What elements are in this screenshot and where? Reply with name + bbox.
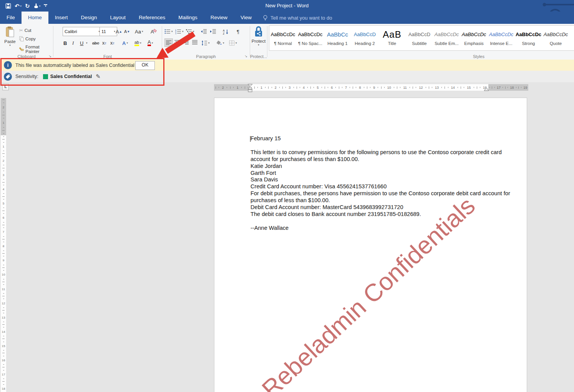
- ruler-tick: [3, 356, 4, 356]
- copy-button[interactable]: Copy: [19, 36, 36, 42]
- font-dialog-launcher[interactable]: ↘: [157, 54, 160, 58]
- style-item-strong[interactable]: AaBbCcDcStrong: [515, 26, 542, 50]
- tell-me-box[interactable]: Tell me what you want to do: [258, 12, 332, 24]
- ruler-number: 2: [3, 159, 4, 163]
- justify-button[interactable]: [191, 38, 199, 46]
- document-text[interactable]: February 15 This letter is to convey per…: [251, 135, 510, 232]
- change-case-button[interactable]: Aa▾: [135, 27, 143, 36]
- align-right-button[interactable]: [182, 38, 190, 46]
- ruler-tick: [2, 367, 5, 367]
- ruler-number: 2: [275, 86, 277, 90]
- ruler-tick: [3, 293, 4, 294]
- edit-sensitivity-icon[interactable]: ✎: [96, 73, 101, 80]
- ruler-tick: [3, 327, 4, 327]
- document-page[interactable]: Rebeladmin Confidentials February 15 Thi…: [214, 98, 527, 392]
- font-name-combo[interactable]: Calibri ▾: [63, 27, 102, 36]
- borders-button[interactable]: ▾: [229, 38, 237, 48]
- style-item-heading-2[interactable]: AaBbCcDHeading 2: [351, 26, 378, 50]
- style-item-subtle-em[interactable]: AaBbCcDcSubtle Em...: [433, 26, 460, 50]
- customize-qat-button[interactable]: ▾: [44, 4, 47, 7]
- align-center-icon: [174, 40, 180, 45]
- style-label: Subtitle: [406, 41, 433, 46]
- underline-caret[interactable]: ▾: [85, 38, 88, 48]
- strikethrough-button[interactable]: abe: [92, 38, 99, 48]
- font-size-combo[interactable]: 11 ▾: [100, 27, 117, 36]
- shading-button[interactable]: ▾: [216, 38, 224, 48]
- style-item-heading-1[interactable]: AaBbCcHeading 1: [324, 26, 351, 50]
- protect-button[interactable]: Protect ▾: [251, 26, 266, 47]
- ruler-number: 2: [3, 106, 4, 109]
- style-item-quote[interactable]: AaBbCcDcQuote: [542, 26, 569, 50]
- horizontal-ruler[interactable]: 21 12345678910111213141516 171819: [214, 84, 528, 91]
- font-color-caret[interactable]: ▾: [152, 42, 153, 45]
- tab-review[interactable]: Review: [204, 12, 234, 24]
- paste-button[interactable]: Paste ▾: [3, 26, 17, 47]
- tab-home[interactable]: Home: [22, 12, 48, 24]
- ruler-tick: [300, 87, 300, 88]
- ribbon-tab-bar: FileHomeInsertDesignLayoutReferencesMail…: [0, 12, 574, 24]
- clear-formatting-button[interactable]: A: [150, 27, 157, 36]
- ruler-tick: [364, 87, 364, 88]
- save-button[interactable]: [5, 3, 11, 9]
- style-item-emphasis[interactable]: AaBbCcDcEmphasis: [460, 26, 488, 50]
- font-size-caret[interactable]: ▾: [114, 30, 115, 33]
- underline-button[interactable]: U: [80, 38, 83, 48]
- tab-view[interactable]: View: [234, 12, 258, 24]
- indent-markers[interactable]: [247, 84, 253, 93]
- bullets-button[interactable]: ▾: [164, 27, 173, 36]
- ruler-tick: [503, 87, 503, 88]
- paragraph-dialog-launcher[interactable]: ↘: [244, 54, 247, 58]
- vertical-ruler[interactable]: 21 123456789101112131415161718: [1, 98, 6, 392]
- cut-button[interactable]: ✂ Cut: [19, 28, 32, 33]
- sort-button[interactable]: AZ: [223, 27, 229, 36]
- tab-layout[interactable]: Layout: [104, 12, 133, 24]
- grow-font-button[interactable]: A▲: [116, 27, 122, 36]
- font-size-value: 11: [101, 29, 106, 34]
- right-indent-marker[interactable]: [483, 87, 489, 91]
- text-effects-button[interactable]: A▾: [122, 38, 128, 48]
- ok-button[interactable]: OK: [135, 61, 155, 70]
- clipboard-dialog-launcher[interactable]: ↘: [48, 54, 51, 58]
- font-color-button[interactable]: A ▾: [148, 38, 153, 48]
- format-painter-button[interactable]: Format Painter: [19, 45, 53, 54]
- touch-mode-button[interactable]: ▾: [33, 3, 41, 8]
- italic-button[interactable]: I: [72, 38, 74, 48]
- ruler-tick: [3, 299, 4, 299]
- info-icon: i: [4, 61, 12, 69]
- protect-dropdown-caret[interactable]: ▾: [251, 43, 266, 47]
- tab-stop-selector[interactable]: L: [2, 84, 9, 90]
- superscript-button[interactable]: x2: [110, 38, 114, 48]
- highlight-button[interactable]: ab ▾: [134, 38, 141, 48]
- multilevel-list-button[interactable]: ▾: [186, 27, 194, 36]
- style-item-title[interactable]: AaBTitle: [378, 26, 406, 50]
- style-item-normal[interactable]: AaBbCcDc¶ Normal: [269, 26, 297, 50]
- line-spacing-button[interactable]: ▾: [201, 38, 210, 48]
- tab-references[interactable]: References: [132, 12, 172, 24]
- tab-design[interactable]: Design: [75, 12, 104, 24]
- bold-button[interactable]: B: [63, 38, 67, 48]
- undo-dropdown-caret[interactable]: ▾: [20, 5, 22, 7]
- sensitivity-tag-icon: [4, 73, 12, 81]
- undo-button[interactable]: ↶ ▾: [15, 3, 22, 9]
- show-formatting-marks-button[interactable]: ¶: [237, 27, 239, 36]
- increase-indent-button[interactable]: [210, 27, 216, 36]
- align-left-button[interactable]: [164, 38, 173, 47]
- style-item-subtitle[interactable]: AaBbCcDSubtitle: [406, 26, 433, 50]
- style-item-no-spac[interactable]: AaBbCcDc¶ No Spac...: [297, 26, 324, 50]
- document-line: Katie Jordan: [251, 163, 510, 170]
- shrink-font-button[interactable]: A▼: [124, 27, 130, 36]
- decrease-indent-button[interactable]: [201, 27, 207, 36]
- repeat-button[interactable]: ↻: [25, 3, 30, 9]
- numbering-button[interactable]: 123 ▾: [175, 27, 184, 36]
- ruler-number: 1: [3, 121, 4, 125]
- tab-insert[interactable]: Insert: [48, 12, 75, 24]
- paste-dropdown-caret[interactable]: ▾: [3, 44, 17, 47]
- subscript-button[interactable]: x2: [102, 38, 106, 48]
- tab-file[interactable]: File: [0, 12, 22, 24]
- style-item-intense-e[interactable]: AaBbCcDcIntense E...: [488, 26, 515, 50]
- touch-mode-caret[interactable]: ▾: [39, 5, 41, 7]
- highlight-caret[interactable]: ▾: [140, 42, 141, 45]
- tab-mailings[interactable]: Mailings: [172, 12, 204, 24]
- align-center-button[interactable]: [173, 38, 181, 46]
- ruler-tick: [3, 185, 4, 185]
